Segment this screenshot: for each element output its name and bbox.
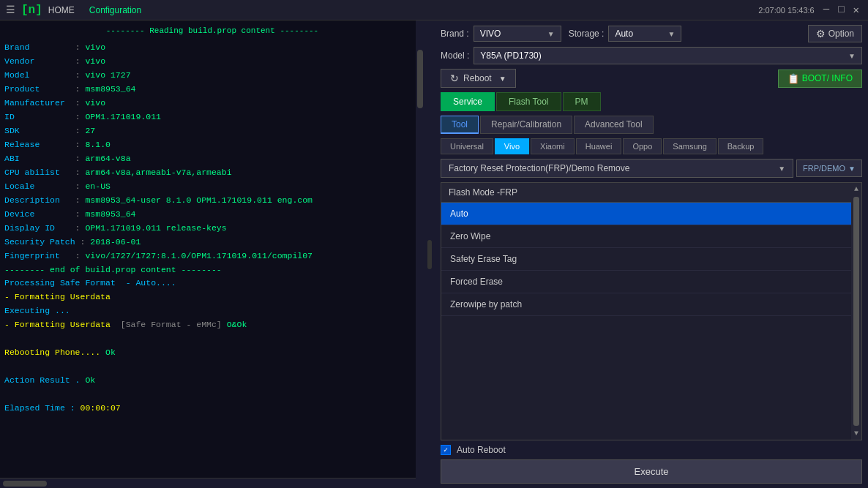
terminal-header: -------- Reading build.prop content ----…	[0, 20, 424, 38]
refresh-icon: ↻	[450, 72, 459, 84]
subtab-repair-label: Repair/Calibration	[491, 119, 561, 129]
boot-info-button[interactable]: 📋 BOOT/ INFO	[778, 70, 862, 88]
logo-icon: [n]	[21, 4, 42, 17]
terminal-line-id: ID : OPM1.171019.011	[4, 110, 420, 124]
brand-tab-oppo-label: Oppo	[632, 142, 652, 151]
terminal-line-brand: Brand : vivo	[4, 41, 420, 55]
frp-dropdown-arrow: ▼	[778, 165, 785, 173]
terminal-line-locale: Locale : en-US	[4, 180, 420, 194]
auto-reboot-row: ✓ Auto Reboot	[441, 445, 862, 455]
titlebar: ☰ [n] HOME Configuration 2:07:00 15:43:6…	[0, 0, 868, 20]
brand-tab-vivo[interactable]: Vivo	[495, 138, 529, 154]
frp-badge-label: FRP/DEMO	[803, 164, 845, 173]
maximize-button[interactable]: □	[835, 4, 847, 16]
brand-tab-universal[interactable]: Universal	[441, 138, 493, 154]
titlebar-time: 2:07:00 15:43:6	[758, 6, 814, 15]
tab-pm-label: PM	[575, 97, 588, 107]
tab-pm[interactable]: PM	[563, 92, 601, 111]
storage-dropdown-arrow: ▼	[668, 30, 676, 38]
brand-group: Brand : VIVO ▼	[441, 26, 561, 42]
brand-tab-samsung-label: Samsung	[673, 142, 706, 151]
terminal-line-product: Product : msm8953_64	[4, 83, 420, 97]
subtab-repair[interactable]: Repair/Calibration	[480, 116, 572, 134]
execute-label: Execute	[635, 466, 669, 477]
terminal-process9	[4, 388, 420, 402]
reboot-arrow: ▼	[499, 75, 506, 83]
option-icon: ⚙	[816, 28, 826, 40]
divider-handle	[427, 240, 432, 269]
option-button[interactable]: ⚙ Option	[808, 25, 862, 42]
terminal-content: Brand : vivo Vendor : vivo Model : vivo …	[0, 38, 424, 478]
execute-button[interactable]: Execute	[441, 459, 862, 484]
hamburger-icon[interactable]: ☰	[6, 4, 15, 16]
model-label: Model :	[441, 50, 469, 61]
terminal-process5	[4, 332, 420, 346]
flash-scroll-thumb	[853, 197, 859, 426]
terminal-line-secpatch: Security Patch : 2018-06-01	[4, 236, 420, 249]
terminal-line-device: Device : msm8953_64	[4, 208, 420, 222]
auto-reboot-label: Auto Reboot	[457, 445, 506, 455]
titlebar-nav: HOME Configuration	[48, 5, 141, 15]
brand-dropdown[interactable]: VIVO ▼	[474, 26, 561, 42]
flash-mode-item-forced[interactable]: Forced Erase	[441, 271, 861, 293]
model-dropdown-arrow: ▼	[848, 52, 856, 60]
subtab-tool[interactable]: Tool	[441, 116, 479, 134]
terminal-line-release: Release : 8.1.0	[4, 138, 420, 152]
terminal-process7	[4, 360, 420, 374]
brand-tab-huawei[interactable]: Huawei	[576, 138, 622, 154]
top-controls: Brand : VIVO ▼ Storage : Auto ▼ ⚙ Option	[441, 25, 862, 42]
flash-mode-auto-label: Auto	[450, 209, 468, 219]
nav-config[interactable]: Configuration	[89, 5, 141, 15]
terminal-process2: - Formatting Userdata	[4, 290, 420, 304]
brand-tab-backup[interactable]: Backup	[718, 138, 764, 154]
terminal-process3: Executing ...	[4, 304, 420, 318]
titlebar-controls: ─ □ ✕	[820, 4, 862, 16]
brand-tab-xiaomi-label: Xiaomi	[540, 142, 565, 151]
flash-scroll-down[interactable]: ▼	[852, 427, 861, 440]
flash-scroll-up[interactable]: ▲	[852, 183, 861, 195]
flash-scrollbar[interactable]: ▲ ▼	[851, 183, 861, 440]
terminal-footer: -------- end of build.prop content -----…	[4, 263, 420, 277]
terminal-process1: Processing Safe Format - Auto....	[4, 277, 420, 290]
terminal-line-model: Model : vivo 1727	[4, 69, 420, 83]
reboot-button[interactable]: ↻ Reboot ▼	[441, 69, 516, 88]
boot-info-label: BOOT/ INFO	[802, 73, 853, 83]
terminal-line-displayid: Display ID : OPM1.171019.011 release-key…	[4, 222, 420, 236]
tab-flash-tool[interactable]: Flash Tool	[496, 92, 561, 111]
model-dropdown[interactable]: Y85A (PD1730) ▼	[474, 47, 862, 64]
tab-service[interactable]: Service	[441, 92, 495, 111]
terminal-line-sdk: SDK : 27	[4, 124, 420, 138]
storage-value: Auto	[615, 29, 633, 39]
minimize-button[interactable]: ─	[820, 4, 832, 16]
frp-dropdown[interactable]: Factory Reset Protection(FRP)/Demo Remov…	[441, 159, 793, 178]
terminal-scrollbar[interactable]	[416, 20, 424, 488]
terminal-bottom-scrollbar[interactable]	[0, 478, 424, 488]
flash-mode-item-zerowipe-patch[interactable]: Zerowipe by patch	[441, 293, 861, 316]
storage-dropdown[interactable]: Auto ▼	[608, 26, 681, 42]
subtab-advanced[interactable]: Advanced Tool	[574, 116, 654, 134]
flash-mode-item-auto[interactable]: Auto	[441, 203, 861, 225]
brand-tab-oppo[interactable]: Oppo	[623, 138, 662, 154]
brand-tab-huawei-label: Huawei	[585, 142, 613, 151]
calendar-icon: 📋	[787, 73, 799, 84]
model-row: Model : Y85A (PD1730) ▼	[441, 47, 862, 64]
flash-mode-item-safety[interactable]: Safety Erase Tag	[441, 248, 861, 271]
brand-tab-vivo-label: Vivo	[504, 142, 520, 151]
flash-mode-zerowipe-label: Zero Wipe	[450, 231, 490, 241]
panel-divider[interactable]	[424, 20, 435, 488]
terminal-line-fingerprint: Fingerprint : vivo/1727/1727:8.1.0/OPM1.…	[4, 249, 420, 263]
auto-reboot-checkbox[interactable]: ✓	[441, 445, 451, 455]
option-label: Option	[828, 29, 854, 39]
subtab-advanced-label: Advanced Tool	[585, 119, 643, 129]
right-panel: Brand : VIVO ▼ Storage : Auto ▼ ⚙ Option…	[435, 20, 868, 488]
titlebar-right: 2:07:00 15:43:6 ─ □ ✕	[758, 4, 862, 16]
close-button[interactable]: ✕	[850, 4, 862, 16]
flash-mode-item-zerowipe[interactable]: Zero Wipe	[441, 225, 861, 248]
terminal-process8: Action Result . Ok	[4, 374, 420, 388]
brand-tab-row: Universal Vivo Xiaomi Huawei Oppo Samsun…	[441, 138, 862, 154]
brand-value: VIVO	[480, 29, 501, 39]
brand-tab-samsung[interactable]: Samsung	[663, 138, 716, 154]
left-panel: -------- Reading build.prop content ----…	[0, 20, 424, 488]
brand-tab-xiaomi[interactable]: Xiaomi	[531, 138, 575, 154]
nav-home[interactable]: HOME	[48, 5, 75, 15]
